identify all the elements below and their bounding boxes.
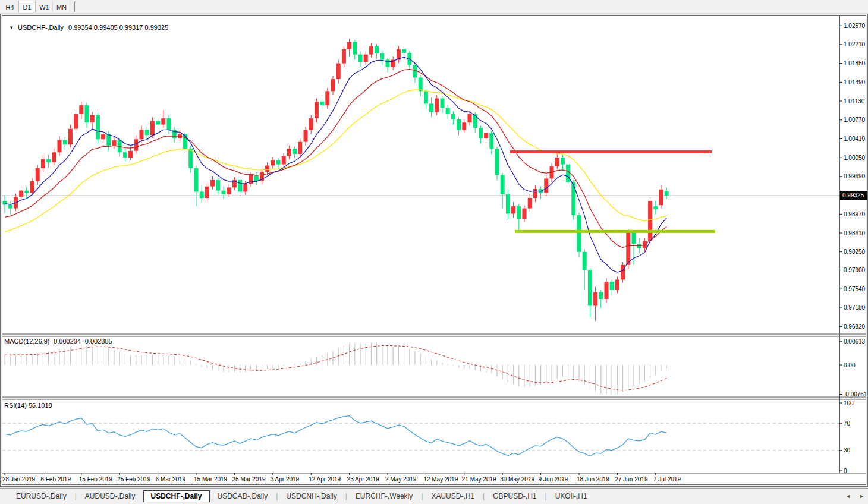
candle	[593, 292, 597, 306]
candle	[150, 121, 155, 136]
candle	[309, 118, 313, 130]
collapse-arrow-icon[interactable]: ▼	[9, 25, 14, 30]
svg-text:6 Mar 2019: 6 Mar 2019	[156, 476, 186, 483]
candle	[128, 151, 133, 158]
candle	[167, 118, 171, 130]
candle	[479, 128, 483, 138]
candle	[216, 180, 220, 191]
candle	[441, 99, 445, 108]
candle	[243, 184, 247, 191]
candle	[188, 149, 193, 168]
candle	[484, 133, 488, 138]
tab-xauusd-h1[interactable]: XAUUSD-,H1	[423, 490, 482, 502]
candle	[85, 105, 89, 122]
candle	[101, 134, 105, 140]
candle	[402, 49, 406, 53]
candle	[435, 99, 439, 112]
candle	[315, 102, 319, 118]
svg-text:6 Feb 2019: 6 Feb 2019	[40, 476, 71, 483]
svg-text:0.99690: 0.99690	[844, 173, 866, 179]
svg-text:1.02210: 1.02210	[844, 41, 866, 48]
candle	[194, 168, 199, 192]
chart-canvas[interactable]: 1.025701.022101.018501.014901.011301.007…	[0, 14, 868, 487]
svg-text:25 Mar 2019: 25 Mar 2019	[232, 476, 266, 483]
candle	[347, 42, 351, 49]
candle	[380, 53, 384, 60]
svg-text:12 Apr 2019: 12 Apr 2019	[309, 476, 341, 483]
svg-text:30: 30	[844, 447, 851, 453]
tab-usdchf-daily[interactable]: USDCHF-,Daily	[143, 490, 210, 502]
candle	[52, 152, 56, 162]
current-price-tag: 0.99325	[840, 191, 867, 200]
candle	[90, 115, 95, 122]
support-line[interactable]	[515, 230, 715, 233]
candle	[36, 168, 40, 181]
candle	[227, 187, 231, 194]
svg-text:0.00613: 0.00613	[844, 338, 866, 345]
svg-text:70: 70	[844, 420, 851, 427]
candle	[424, 91, 428, 103]
timeframe-button-h4[interactable]: H4	[1, 1, 18, 12]
tab-scrollers: ◄ ►	[845, 489, 864, 504]
candle	[205, 187, 209, 198]
chart-symbol-label: USDCHF-,Daily	[18, 24, 64, 31]
svg-text:0.98970: 0.98970	[844, 211, 866, 218]
candle	[68, 129, 73, 144]
candle	[140, 130, 144, 139]
candle	[653, 206, 658, 209]
svg-text:0.98610: 0.98610	[844, 230, 866, 237]
tab-eurusd-daily[interactable]: EURUSD-,Daily	[8, 490, 74, 502]
candle	[375, 46, 379, 53]
candle	[451, 114, 455, 119]
candle	[276, 160, 281, 165]
svg-text:3 Apr 2019: 3 Apr 2019	[271, 476, 300, 483]
candle	[222, 191, 226, 194]
candle	[577, 215, 581, 252]
candle	[254, 175, 259, 181]
candle	[501, 175, 505, 194]
candle	[511, 206, 515, 213]
candle	[544, 178, 548, 193]
svg-text:7 Jul 2019: 7 Jul 2019	[653, 476, 681, 483]
macd-indicator-label: MACD(12,26,9) -0.000204 -0.002885	[4, 338, 112, 345]
candle	[74, 114, 78, 129]
tab-usdcad-daily[interactable]: USDCAD-,Daily	[210, 490, 276, 502]
tab-gbpusd-h1[interactable]: GBPUSD-,H1	[485, 490, 544, 502]
svg-text:0.97900: 0.97900	[844, 267, 866, 273]
timeframe-button-mn[interactable]: MN	[53, 1, 70, 12]
timeframe-button-w1[interactable]: W1	[36, 1, 53, 12]
candle	[161, 118, 165, 125]
candle	[304, 130, 308, 141]
rsi-indicator-label: RSI(14) 56.1018	[4, 402, 52, 409]
candle	[271, 160, 275, 166]
tab-usdcnh-daily[interactable]: USDCNH-,Daily	[278, 490, 344, 502]
tab-audusd-daily[interactable]: AUDUSD-,Daily	[77, 490, 143, 502]
candle	[599, 292, 603, 299]
candle	[265, 165, 269, 172]
candle	[145, 130, 149, 135]
candle	[364, 55, 368, 62]
candle	[320, 102, 324, 105]
candle	[238, 180, 242, 191]
candle	[555, 158, 559, 166]
candle	[457, 119, 461, 130]
svg-text:15 Feb 2019: 15 Feb 2019	[79, 476, 113, 483]
candle	[605, 282, 609, 299]
candle	[287, 149, 291, 156]
svg-text:12 May 2019: 12 May 2019	[423, 476, 458, 483]
svg-text:0.00: 0.00	[844, 362, 856, 368]
tab-scroll-left-button[interactable]: ◄	[845, 493, 851, 499]
mt4-chart-screen: { "toolbar": { "buttons": [ {"label": "H…	[0, 0, 868, 504]
candle	[106, 134, 111, 146]
candle	[156, 121, 160, 125]
tab-scroll-right-button[interactable]: ►	[859, 493, 864, 499]
svg-text:2 May 2019: 2 May 2019	[385, 476, 417, 483]
candle	[123, 152, 127, 158]
tab-eurchf-weekly[interactable]: EURCHF-,Weekly	[348, 490, 420, 502]
svg-text:28 Jan 2019: 28 Jan 2019	[2, 476, 35, 483]
candle	[506, 194, 510, 214]
resistance-line[interactable]	[510, 150, 712, 153]
tab-ukoil-h1[interactable]: UKOil-,H1	[548, 490, 595, 502]
timeframe-button-d1[interactable]: D1	[18, 1, 36, 12]
candle	[615, 279, 619, 290]
